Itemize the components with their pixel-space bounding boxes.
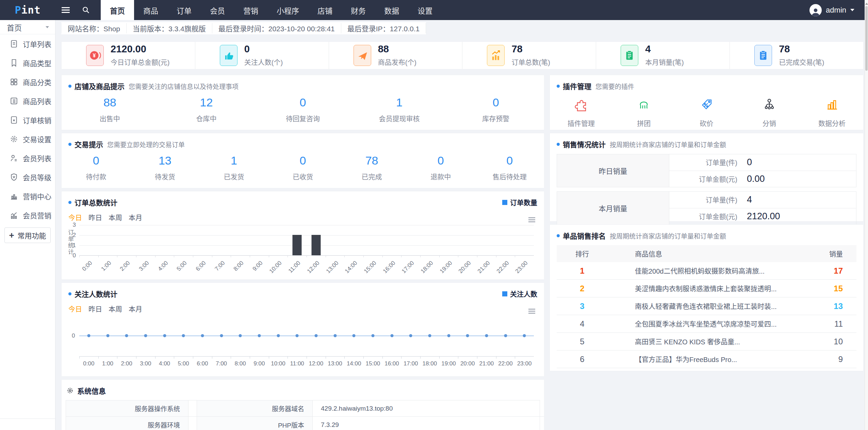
- sidebar-item-member-level[interactable]: 会员等级: [0, 168, 55, 187]
- stat-on-sale[interactable]: 88出售中: [62, 96, 158, 123]
- stat-shipped[interactable]: 1已发货: [199, 154, 268, 182]
- sidebar-item-order-verify[interactable]: 订单核销: [0, 110, 55, 130]
- tab-today[interactable]: 今日: [68, 212, 82, 222]
- search-icon: [82, 6, 90, 14]
- plugin-distribution[interactable]: 分销: [738, 97, 801, 128]
- data-point: [447, 334, 450, 337]
- sidebar-item-marketing-center[interactable]: 营销中心: [0, 187, 55, 206]
- chart-menu-icon[interactable]: [528, 217, 535, 223]
- data-point: [163, 334, 166, 337]
- hamburger-icon: [62, 7, 70, 13]
- nav-tab-shop[interactable]: 店铺: [308, 0, 342, 20]
- table-row[interactable]: 2美涩情趣内衣制服诱惑激情床上套装聚拢透明...15: [557, 280, 856, 297]
- sidebar-section-select[interactable]: 首页: [0, 20, 55, 34]
- product-name: 【官方正品】华为FreeBuds Pro...: [608, 354, 812, 364]
- x-axis-label: 16:00: [381, 260, 396, 275]
- stat-completed[interactable]: 78已完成: [337, 154, 406, 182]
- tab-this-week[interactable]: 本周: [109, 304, 122, 314]
- sidebar-item-order-list[interactable]: 订单列表: [0, 34, 55, 53]
- data-point: [220, 334, 223, 337]
- x-axis-label: 21:00: [476, 260, 491, 275]
- table-row[interactable]: 6【官方正品】华为FreeBuds Pro...9: [557, 350, 856, 368]
- followers-chart-panel: 关注人数统计 关注人数 今日 昨日 本周 本月 0 0:: [61, 282, 544, 377]
- x-axis-label: 2:00: [121, 360, 132, 367]
- x-axis-label: 4:00: [157, 260, 169, 273]
- sidebar-item-member-marketing[interactable]: 会员营销: [0, 206, 55, 225]
- tab-this-month[interactable]: 本月: [129, 304, 142, 314]
- row-value: 2120.00: [747, 211, 780, 222]
- y-axis-tick: 2: [73, 232, 76, 239]
- stat-pending-replies[interactable]: 0待回复咨询: [255, 96, 351, 123]
- tab-today[interactable]: 今日: [68, 304, 82, 314]
- yen-circle-icon: ¥: [86, 45, 104, 66]
- plugin-bargain[interactable]: 砍价: [675, 97, 738, 128]
- nav-tab-data[interactable]: 数据: [375, 0, 408, 20]
- nav-tab-orders[interactable]: 订单: [167, 0, 201, 20]
- nav-tab-finance[interactable]: 财务: [342, 0, 375, 20]
- nav-tab-goods[interactable]: 商品: [134, 0, 167, 20]
- tab-yesterday[interactable]: 昨日: [88, 304, 102, 314]
- table-row[interactable]: 5高田贤三 KENZO KIDS 奢侈品童...10: [557, 333, 856, 350]
- shield-icon: [10, 173, 18, 182]
- table-row[interactable]: 4全包围夏季冰丝汽车坐垫透气凉席凉垫可爱四...11: [557, 315, 856, 333]
- app-logo[interactable]: Pint: [0, 0, 55, 20]
- sidebar-item-goods-list[interactable]: 商品列表: [0, 91, 55, 110]
- nav-tab-marketing[interactable]: 营销: [234, 0, 267, 20]
- search-button[interactable]: [76, 0, 96, 20]
- chart-menu-icon[interactable]: [528, 309, 535, 315]
- plugin-group-buy[interactable]: 拼团: [612, 97, 675, 128]
- y-axis-tick: 1: [73, 242, 76, 249]
- tab-yesterday[interactable]: 昨日: [88, 212, 102, 222]
- data-point: [87, 334, 90, 337]
- x-axis-label: 21:00: [479, 360, 494, 367]
- stat-unpaid[interactable]: 0待付款: [62, 154, 131, 182]
- product-ranking-panel: 单品销售排名 按周期统计商家店铺的订单量和订单金额 排行 商品信息 销量 1佳能…: [550, 224, 864, 371]
- stat-card-followers: 0关注人数(个): [195, 42, 329, 69]
- x-axis-label: 7:00: [216, 360, 227, 367]
- user-menu[interactable]: admin: [796, 0, 868, 20]
- group-icon: [636, 97, 652, 113]
- site-version: 当前版本：3.3.4旗舰版: [127, 23, 212, 33]
- tab-this-week[interactable]: 本周: [109, 212, 122, 222]
- x-axis-label: 8:00: [235, 360, 246, 367]
- nav-tab-miniprogram[interactable]: 小程序: [267, 0, 308, 20]
- table-row[interactable]: 3南极人轻奢藏青色连衣裙职业裙上班工装时装...13: [557, 297, 856, 315]
- plugin-data-analysis[interactable]: 数据分析: [801, 97, 863, 128]
- sidebar-item-trade-settings[interactable]: 交易设置: [0, 130, 55, 149]
- x-axis-label: 17:00: [404, 360, 418, 367]
- avatar: [809, 4, 822, 16]
- stat-refunding[interactable]: 0退款中: [406, 154, 475, 182]
- last-login-ip: 最后登录IP：127.0.0.1: [341, 23, 426, 33]
- stat-withdraw-review[interactable]: 1会员提现审核: [351, 96, 448, 123]
- top-navbar: Pint 首页 商品 订单 会员 营销 小程序 店铺 财务 数据 设置 admi…: [0, 0, 868, 20]
- panel-title: 店铺及商品提示: [75, 81, 125, 91]
- x-axis-label: 6:00: [197, 360, 208, 367]
- scrollbar-thumb[interactable]: [865, 6, 868, 71]
- data-point: [182, 334, 185, 337]
- sidebar-item-goods-type[interactable]: 商品类型: [0, 53, 55, 72]
- quick-functions-button[interactable]: + 常用功能: [4, 227, 51, 243]
- stat-in-warehouse[interactable]: 12仓库中: [158, 96, 255, 123]
- x-axis-label: 19:00: [441, 360, 456, 367]
- tab-this-month[interactable]: 本月: [129, 212, 142, 222]
- stat-received[interactable]: 0已收货: [268, 154, 338, 182]
- menu-toggle-button[interactable]: [55, 0, 76, 20]
- x-axis-label: 0:00: [81, 260, 94, 273]
- stat-to-ship[interactable]: 13待发货: [131, 154, 200, 182]
- username: admin: [826, 6, 846, 15]
- nav-tab-settings[interactable]: 设置: [408, 0, 442, 20]
- stat-aftersale-pending[interactable]: 0售后待处理: [475, 154, 544, 182]
- table-row[interactable]: 1佳能200d二代照相机蚂蚁摄影数码高清旅...17: [557, 262, 856, 280]
- sidebar-item-goods-category[interactable]: 商品分类: [0, 72, 55, 91]
- data-bars-icon: [824, 97, 840, 113]
- sidebar-item-member-list[interactable]: 会员列表: [0, 149, 55, 168]
- x-axis-label: 20:00: [457, 260, 472, 275]
- table-value: nginx/1.20.1: [189, 417, 197, 430]
- nav-tab-members[interactable]: 会员: [201, 0, 234, 20]
- nav-tab-home[interactable]: 首页: [101, 0, 134, 20]
- page-scrollbar[interactable]: [865, 0, 868, 430]
- chart-legend: 订单数量: [502, 197, 537, 207]
- plugin-manage[interactable]: 插件管理: [550, 97, 612, 128]
- stat-stock-warning[interactable]: 0库存预警: [447, 96, 544, 123]
- x-axis-label: 22:00: [498, 360, 513, 367]
